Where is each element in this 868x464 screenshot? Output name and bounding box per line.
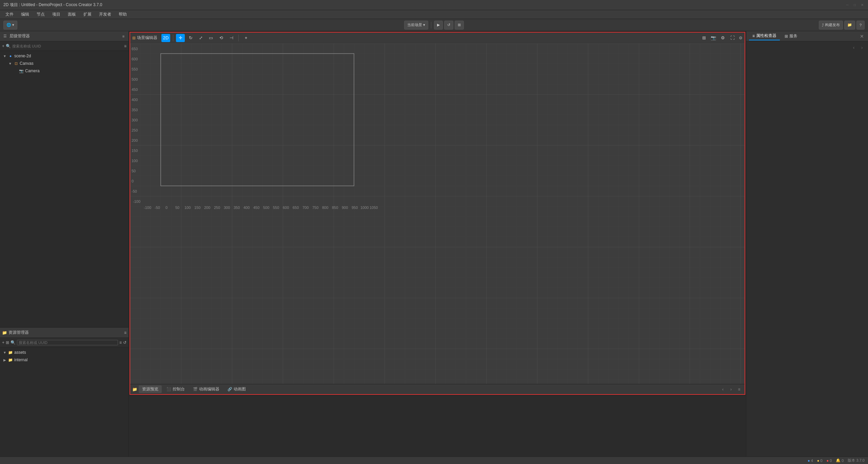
error-dot: ● <box>827 459 829 463</box>
svg-text:1050: 1050 <box>370 206 378 210</box>
svg-text:1000: 1000 <box>360 206 369 210</box>
inspector-icon: ≡ <box>752 34 755 38</box>
menu-file[interactable]: 文件 <box>2 11 17 18</box>
settings-button[interactable]: ⚙ <box>718 34 727 42</box>
hierarchy-search-icon[interactable]: 🔍 <box>6 44 11 49</box>
scene-selector[interactable]: 当前场景 ▾ <box>404 21 428 30</box>
svg-text:300: 300 <box>224 206 230 210</box>
transform-tool-button[interactable]: ⟲ <box>217 34 225 42</box>
menu-panel[interactable]: 面板 <box>64 11 79 18</box>
tree-item-camera[interactable]: ▶ 📷 Camera <box>11 67 129 75</box>
snap-tool-button[interactable]: ⊣ <box>227 34 236 42</box>
svg-text:250: 250 <box>132 128 138 132</box>
svg-text:550: 550 <box>273 206 279 210</box>
menu-edit[interactable]: 编辑 <box>18 11 33 18</box>
snap-angle-button[interactable]: ⌖ <box>241 34 250 42</box>
asset-item-internal[interactable]: ▶ 📁 internal <box>0 356 129 364</box>
hierarchy-panel: ☰ 层级管理器 ≡ + 🔍 ≡ ▼ ● scene-2d ▼ <box>0 31 129 328</box>
svg-text:150: 150 <box>132 149 138 153</box>
svg-text:300: 300 <box>132 118 138 122</box>
assets-layout-icon[interactable]: ⊞ <box>6 340 9 345</box>
scene-grid-area[interactable]: 650 600 550 500 450 400 350 300 250 200 … <box>130 43 745 384</box>
svg-text:550: 550 <box>132 67 138 71</box>
tree-item-canvas[interactable]: ▼ ⊡ Canvas <box>5 60 129 67</box>
menu-developer[interactable]: 开发者 <box>96 11 115 18</box>
assets-menu-icon[interactable]: ≡ <box>124 330 126 335</box>
camera-view-button[interactable]: 📷 <box>709 34 718 42</box>
assets-add-icon[interactable]: + <box>2 340 4 345</box>
tab-animation-graph[interactable]: 🔗 动画图 <box>224 385 249 393</box>
tree-item-scene[interactable]: ▼ ● scene-2d <box>0 52 129 60</box>
svg-text:400: 400 <box>132 98 138 102</box>
assets-list-icon[interactable]: ≡ <box>119 340 122 345</box>
rect-tool-button[interactable]: ▭ <box>206 34 215 42</box>
tab-services[interactable]: ⊞ 服务 <box>781 32 801 40</box>
scene-arrow-icon: ▼ <box>3 54 7 58</box>
inspector-forward-button[interactable]: › <box>859 44 865 51</box>
svg-text:700: 700 <box>302 206 309 210</box>
move-tool-button[interactable]: ✛ <box>176 34 185 42</box>
menu-project[interactable]: 项目 <box>49 11 64 18</box>
svg-text:750: 750 <box>312 206 318 210</box>
help-button[interactable]: ? <box>856 21 865 30</box>
svg-text:50: 50 <box>132 169 136 173</box>
asset-item-assets[interactable]: ▼ 📁 assets <box>0 349 129 356</box>
internal-folder-icon: 📁 <box>8 357 13 362</box>
svg-text:350: 350 <box>234 206 240 210</box>
svg-text:850: 850 <box>332 206 338 210</box>
main-toolbar: 🌐 ▾ 当前场景 ▾ ▶ ↺ ⊞ ⤴ 构建发布 📁 ? <box>0 19 868 31</box>
inspector-back-button[interactable]: ‹ <box>850 44 857 51</box>
scene-mode-icon[interactable]: 🌐 ▾ <box>3 21 17 30</box>
warning-dot: ● <box>817 459 820 463</box>
close-button[interactable]: ✕ <box>860 3 865 7</box>
svg-rect-1 <box>130 43 745 384</box>
bottom-tab-navigation: ‹ › ≡ <box>719 386 743 393</box>
refresh-button[interactable]: ↺ <box>444 21 453 30</box>
hierarchy-list-icon[interactable]: ≡ <box>124 44 126 49</box>
svg-text:-50: -50 <box>132 189 137 193</box>
2d-mode-button[interactable]: 2D <box>161 34 170 42</box>
svg-text:100: 100 <box>184 206 191 210</box>
maximize-button[interactable]: □ <box>852 3 857 7</box>
rotate-tool-button[interactable]: ↻ <box>186 34 195 42</box>
assets-refresh-icon[interactable]: ↺ <box>123 340 126 345</box>
assets-title: 资源管理器 <box>8 330 29 335</box>
play-button[interactable]: ▶ <box>434 21 443 30</box>
assets-search-input[interactable] <box>17 340 118 345</box>
minimize-button[interactable]: ─ <box>845 3 850 7</box>
tab-nav-prev-button[interactable]: ‹ <box>719 386 726 393</box>
hierarchy-add-icon[interactable]: + <box>2 44 4 49</box>
hierarchy-search-input[interactable] <box>12 44 123 48</box>
menu-extend[interactable]: 扩展 <box>80 11 95 18</box>
status-warning-count: ● 0 <box>817 459 823 463</box>
menu-help[interactable]: 帮助 <box>115 11 130 18</box>
left-panel: ☰ 层级管理器 ≡ + 🔍 ≡ ▼ ● scene-2d ▼ <box>0 31 129 457</box>
tab-assets-preview[interactable]: 资源预览 <box>139 385 162 393</box>
tab-console[interactable]: ⬛ 控制台 <box>163 385 188 393</box>
scale-tool-button[interactable]: ⤢ <box>196 34 205 42</box>
inspector-navigation: ‹ › <box>749 44 865 51</box>
svg-text:650: 650 <box>293 206 299 210</box>
inspector-content: ‹ › <box>746 41 868 457</box>
tab-nav-next-button[interactable]: › <box>728 386 734 393</box>
svg-text:650: 650 <box>132 47 138 51</box>
fullscreen-button[interactable]: ⛶ <box>728 34 737 42</box>
hierarchy-menu-icon[interactable]: ≡ <box>121 34 126 39</box>
assets-search-icon[interactable]: 🔍 <box>11 340 16 345</box>
inspector-close-icon[interactable]: ✕ <box>859 33 865 40</box>
tab-nav-menu-button[interactable]: ≡ <box>736 386 743 393</box>
assets-folder-expand-icon: ▼ <box>3 350 7 354</box>
folder-button[interactable]: 📁 <box>844 21 855 30</box>
statusbar: ● 4 ● 0 ● 0 🔔 0 版本 3.7.0 <box>0 457 868 464</box>
center-panel: ⊞ 场景编辑器 2D ✛ ↻ ⤢ ▭ ⟲ ⊣ ⌖ ⊞ 📷 ⚙ ⛶ ⚙ <box>129 31 746 457</box>
tab-animation-editor[interactable]: 🎬 动画编辑器 <box>190 385 223 393</box>
build-publish-button[interactable]: ⤴ 构建发布 <box>819 21 843 30</box>
scene-editor-settings-icon[interactable]: ⚙ <box>739 36 743 40</box>
internal-folder-expand-icon: ▶ <box>3 358 7 362</box>
window-controls: ─ □ ✕ <box>845 3 865 7</box>
assets-folder-icon-2: 📁 <box>8 350 13 355</box>
layout-button[interactable]: ⊞ <box>455 21 464 30</box>
gizmo-button[interactable]: ⊞ <box>699 34 708 42</box>
menu-node[interactable]: 节点 <box>33 11 48 18</box>
tab-inspector[interactable]: ≡ 属性检查器 <box>749 32 780 40</box>
